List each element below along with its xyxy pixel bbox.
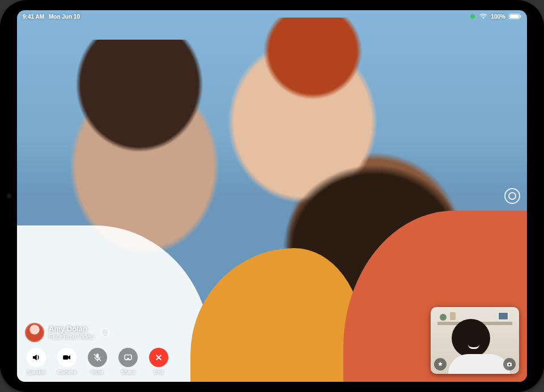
svg-point-0 (483, 18, 484, 19)
self-view-bg (440, 314, 447, 321)
caller-avatar (25, 323, 44, 342)
self-view-bg (498, 312, 508, 320)
self-view-bg (452, 319, 490, 357)
status-bar: 9:41 AM Mon Jun 10 100% (17, 10, 527, 23)
info-icon[interactable]: i (100, 328, 109, 337)
facetime-screen: 9:41 AM Mon Jun 10 100% (17, 10, 527, 382)
call-controls-panel: Amy Dolan FaceTime Video i Speaker (25, 323, 170, 375)
speaker-button[interactable]: Speaker (25, 348, 48, 375)
x-icon (149, 348, 168, 367)
front-camera-dot (7, 194, 11, 198)
ipad-device-frame: 9:41 AM Mon Jun 10 100% (0, 0, 544, 392)
caller-subtitle: FaceTime Video (49, 333, 94, 340)
caller-info-row[interactable]: Amy Dolan FaceTime Video i (25, 323, 170, 342)
status-time: 9:41 AM (23, 14, 44, 20)
svg-point-13 (509, 364, 511, 365)
caller-name: Amy Dolan (49, 325, 94, 333)
speaker-icon (27, 348, 46, 367)
shutter-button[interactable] (503, 358, 516, 370)
speaker-label: Speaker (27, 369, 46, 375)
battery-percent: 100% (491, 14, 505, 20)
self-view-bg (448, 354, 510, 374)
battery-icon (509, 14, 521, 19)
svg-rect-2 (510, 15, 519, 19)
share-label: Share (121, 369, 135, 375)
microphone-slash-icon (88, 348, 107, 367)
video-camera-icon (57, 348, 76, 367)
svg-rect-4 (63, 355, 68, 360)
controls-row: Speaker Camera Mute (25, 348, 170, 375)
end-label: End (154, 369, 163, 375)
camera-button[interactable]: Camera (56, 348, 78, 375)
status-date: Mon Jun 10 (49, 14, 80, 20)
mute-button[interactable]: Mute (86, 348, 109, 375)
camera-active-indicator (470, 14, 475, 19)
svg-rect-14 (509, 363, 511, 364)
remote-video (58, 40, 221, 188)
wifi-icon (479, 14, 487, 19)
camera-label: Camera (58, 369, 76, 375)
self-view-bg (450, 312, 456, 320)
end-button[interactable]: End (147, 348, 170, 375)
self-view-pip[interactable] (431, 307, 519, 374)
mute-label: Mute (92, 369, 103, 375)
remote-video (246, 18, 379, 129)
live-capture-icon[interactable] (504, 188, 520, 204)
svg-rect-3 (520, 15, 521, 18)
effects-button[interactable] (434, 358, 447, 370)
share-button[interactable]: Share (117, 348, 139, 375)
shareplay-icon (118, 348, 138, 367)
